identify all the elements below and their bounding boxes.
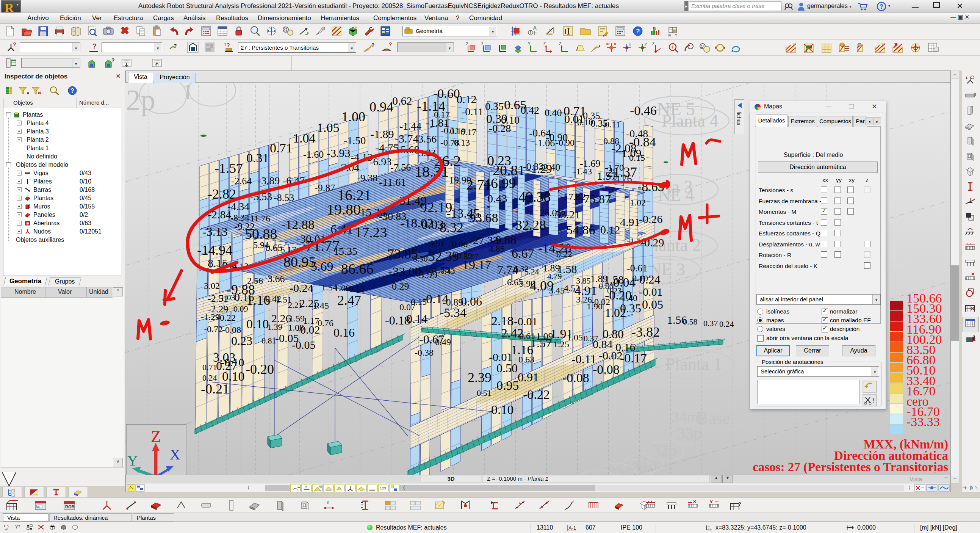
svg-text:0.14: 0.14 xyxy=(406,312,428,326)
svg-text:0.43: 0.43 xyxy=(441,266,455,275)
svg-text:Q: Q xyxy=(701,45,704,49)
svg-text:-0.20: -0.20 xyxy=(245,362,274,377)
svg-text:54.86: 54.86 xyxy=(566,223,595,237)
svg-text:?: ? xyxy=(173,43,177,49)
svg-text:21.37: 21.37 xyxy=(606,164,637,180)
svg-text:0.50: 0.50 xyxy=(496,361,518,375)
svg-text:Y: Y xyxy=(675,33,677,37)
svg-text:-5.34: -5.34 xyxy=(440,305,466,320)
svg-text:-1.44: -1.44 xyxy=(399,120,422,132)
svg-text:1.25: 1.25 xyxy=(553,339,569,349)
svg-text:1: 1 xyxy=(530,30,532,35)
svg-text:?: ? xyxy=(227,42,230,48)
svg-text:17.23: 17.23 xyxy=(355,224,387,240)
svg-text:19.17: 19.17 xyxy=(462,258,492,272)
svg-text:53.21: 53.21 xyxy=(555,208,581,221)
svg-text:?: ? xyxy=(880,3,883,10)
svg-text:a: a xyxy=(653,25,656,31)
svg-text:-1.29: -1.29 xyxy=(527,162,552,175)
svg-text:Q: Q xyxy=(284,28,287,32)
svg-text:75.87: 75.87 xyxy=(584,192,611,206)
svg-text:-0.26: -0.26 xyxy=(639,213,663,225)
svg-text:2: 2 xyxy=(481,42,484,46)
svg-text:I: I xyxy=(565,29,566,35)
svg-text:X: X xyxy=(170,447,180,463)
svg-text:0.16: 0.16 xyxy=(334,326,355,339)
svg-text:0.29: 0.29 xyxy=(392,281,409,292)
svg-text:0.65: 0.65 xyxy=(265,242,283,253)
svg-text:1.57: 1.57 xyxy=(531,336,552,350)
svg-text:-17.82: -17.82 xyxy=(560,191,585,202)
svg-text:?: ? xyxy=(636,28,640,35)
svg-text:-2.64: -2.64 xyxy=(231,175,251,186)
svg-text:-3.93: -3.93 xyxy=(327,147,350,159)
svg-text:1.39: 1.39 xyxy=(267,322,282,332)
svg-text:0.37: 0.37 xyxy=(703,318,718,328)
svg-text:1.05: 1.05 xyxy=(567,333,583,342)
svg-text:-0.46: -0.46 xyxy=(630,103,657,118)
svg-text:-0.28: -0.28 xyxy=(489,123,511,134)
svg-text:46.99: 46.99 xyxy=(484,175,516,191)
svg-text:-0.90: -0.90 xyxy=(555,138,574,148)
svg-text:-0.01: -0.01 xyxy=(639,285,663,298)
svg-text:1.45: 1.45 xyxy=(313,301,329,310)
svg-text:0.12: 0.12 xyxy=(457,93,477,105)
svg-text:-0.38: -0.38 xyxy=(415,348,434,358)
svg-text:n: n xyxy=(305,485,307,489)
svg-text:3.02: 3.02 xyxy=(204,281,220,291)
svg-text:1.00: 1.00 xyxy=(342,109,365,124)
svg-text:-1.06: -1.06 xyxy=(535,138,555,149)
svg-text:32.28: 32.28 xyxy=(515,218,546,233)
svg-text:1: 1 xyxy=(966,76,967,80)
svg-text:-0.17: -0.17 xyxy=(620,351,647,365)
svg-text:-0.22: -0.22 xyxy=(217,313,236,323)
svg-text:6.67: 6.67 xyxy=(512,247,535,261)
svg-text:0.07: 0.07 xyxy=(399,302,415,312)
svg-text:-0.24: -0.24 xyxy=(290,282,313,294)
svg-text:5.69: 5.69 xyxy=(311,259,334,273)
svg-text:0.42: 0.42 xyxy=(521,104,539,116)
svg-text:0.06: 0.06 xyxy=(452,239,468,249)
svg-text:1: 1 xyxy=(224,43,226,47)
svg-text:-2.51: -2.51 xyxy=(208,293,228,304)
svg-text:2p: 2p xyxy=(126,83,155,116)
svg-text:0.43: 0.43 xyxy=(487,192,508,205)
svg-text:-3.56: -3.56 xyxy=(415,133,437,145)
svg-text:0.58: 0.58 xyxy=(683,317,698,326)
svg-text:-0.11: -0.11 xyxy=(461,106,483,118)
svg-text:0.49: 0.49 xyxy=(435,337,451,347)
svg-text:0.40: 0.40 xyxy=(544,107,562,118)
svg-text:-1.50: -1.50 xyxy=(344,135,366,146)
svg-text:0.31: 0.31 xyxy=(246,151,269,165)
svg-text:s: s xyxy=(4,524,5,528)
svg-text:Planta 4: Planta 4 xyxy=(662,111,718,130)
svg-text:0.63: 0.63 xyxy=(519,355,535,364)
svg-text:-0.24: -0.24 xyxy=(635,272,660,286)
svg-text:0.84: 0.84 xyxy=(593,338,613,350)
svg-text:2.39: 2.39 xyxy=(468,370,492,385)
svg-text:-0.05: -0.05 xyxy=(292,339,316,351)
svg-text:N12: N12 xyxy=(319,485,322,488)
svg-text:▧: ▧ xyxy=(37,505,40,508)
svg-text:?: ? xyxy=(371,42,375,48)
svg-text:Y: Y xyxy=(644,43,647,46)
svg-text:8.32: 8.32 xyxy=(440,220,463,235)
svg-text:-3.13: -3.13 xyxy=(202,225,228,239)
svg-text:-9.87: -9.87 xyxy=(315,182,335,193)
svg-text:0.15: 0.15 xyxy=(629,153,645,162)
svg-text:Y?: Y? xyxy=(15,525,20,529)
svg-text:-0.11: -0.11 xyxy=(602,119,620,129)
svg-text:0.09: 0.09 xyxy=(234,304,248,313)
svg-text:-1.60: -1.60 xyxy=(303,149,324,160)
svg-text:Y: Y xyxy=(528,42,531,46)
svg-text:Z: Z xyxy=(151,427,161,446)
svg-text:34ms: 34ms xyxy=(671,409,705,426)
svg-text:1.05: 1.05 xyxy=(317,121,340,135)
svg-text:1.90: 1.90 xyxy=(587,301,603,311)
svg-text:-0.72: -0.72 xyxy=(204,324,223,334)
svg-text:-9.38: -9.38 xyxy=(357,172,377,183)
svg-text:?: ? xyxy=(389,41,392,48)
svg-text:-3.89: -3.89 xyxy=(258,175,280,186)
svg-text:8.30: 8.30 xyxy=(413,254,428,264)
svg-text:19.80: 19.80 xyxy=(327,201,361,218)
